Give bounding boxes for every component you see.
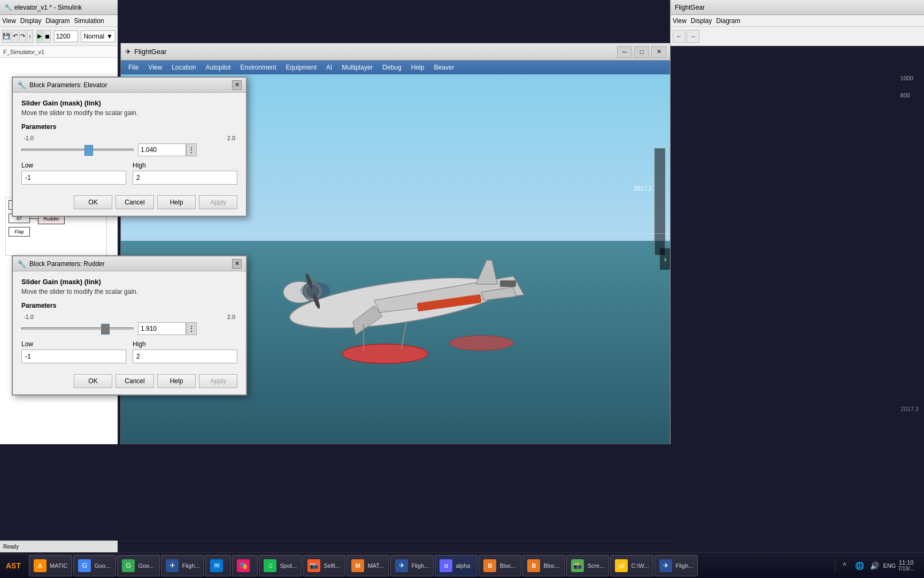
taskbar-item-goo1[interactable]: G Goo... bbox=[73, 555, 116, 576]
tray-network-icon[interactable]: 🌐 bbox=[853, 559, 866, 572]
taskbar-item-fligh2[interactable]: ✈ Fligh... bbox=[390, 555, 434, 576]
elevator-low-input[interactable]: -1 bbox=[21, 171, 126, 185]
elevator-dialog-titlebar[interactable]: 🔧 Block Parameters: Elevator ✕ bbox=[13, 78, 246, 93]
simulink-menu-display[interactable]: Display bbox=[20, 17, 41, 25]
rudder-dialog-titlebar[interactable]: 🔧 Block Parameters: Rudder ✕ bbox=[13, 256, 246, 271]
elevator-params-label: Parameters bbox=[21, 123, 237, 131]
fg-minimize-btn[interactable]: ─ bbox=[617, 46, 632, 58]
taskbar-item-selfi[interactable]: 📷 Selfi... bbox=[303, 555, 345, 576]
elevator-apply-btn[interactable]: Apply bbox=[199, 195, 237, 209]
rudder-low-label: Low bbox=[21, 340, 126, 348]
sr-tb-btn1[interactable]: ← bbox=[673, 30, 686, 43]
rudder-apply-btn[interactable]: Apply bbox=[199, 374, 237, 388]
tb-redo-btn[interactable]: ↷ bbox=[19, 30, 26, 43]
sr-menu-view[interactable]: View bbox=[673, 17, 687, 25]
fg-menu-autopilot[interactable]: Autopilot bbox=[202, 63, 235, 72]
fg-close-btn[interactable]: ✕ bbox=[651, 46, 666, 58]
elevator-cancel-btn[interactable]: Cancel bbox=[116, 195, 154, 209]
rudder-slider-value-input[interactable]: 1.910 bbox=[138, 322, 186, 335]
taskbar-item-folder[interactable]: 📁 C:\W... bbox=[610, 555, 653, 576]
tray-expand-btn[interactable]: ^ bbox=[838, 559, 851, 572]
nav-arrow-right[interactable]: › bbox=[660, 248, 671, 270]
sr-menu-display[interactable]: Display bbox=[691, 17, 712, 25]
mode-dropdown[interactable]: Normal ▼ bbox=[81, 31, 116, 42]
elevator-ok-btn[interactable]: OK bbox=[74, 195, 112, 209]
rudder-ok-btn[interactable]: OK bbox=[74, 374, 112, 388]
taskbar-item-spotify[interactable]: ♫ Spot... bbox=[259, 555, 302, 576]
fg-menu-ai[interactable]: AI bbox=[322, 63, 336, 72]
simulink-menu-diagram[interactable]: Diagram bbox=[45, 17, 70, 25]
fligh3-icon: ✈ bbox=[659, 559, 672, 572]
simulink-titlebar: 🔧 elevator_v1 * - Simulink bbox=[0, 0, 118, 15]
taskbar-item-alpha[interactable]: α alpha bbox=[435, 555, 478, 576]
elevator-slider-dots-btn[interactable]: ⋮ bbox=[186, 143, 197, 156]
spotify-icon: ♫ bbox=[264, 559, 276, 572]
rudder-low-group: Low -1 bbox=[21, 340, 126, 363]
taskbar-item-mail[interactable]: ✉ bbox=[205, 555, 231, 576]
rudder-high-input[interactable]: 2 bbox=[133, 349, 237, 363]
simulink-menu-view[interactable]: View bbox=[2, 17, 16, 25]
taskbar-item-bloc2[interactable]: B Bloc... bbox=[522, 555, 565, 576]
rudder-slider-min: -1.0 bbox=[24, 314, 34, 320]
rudder-cancel-btn[interactable]: Cancel bbox=[116, 374, 154, 388]
tb-save-btn[interactable]: 💾 bbox=[2, 30, 11, 43]
scre-label: Scre... bbox=[587, 562, 604, 569]
elevator-help-btn[interactable]: Help bbox=[157, 195, 196, 209]
mode-dropdown-arrow[interactable]: ▼ bbox=[106, 33, 113, 40]
taskbar-item-game[interactable]: 🎭 bbox=[232, 555, 258, 576]
sim-right-status-text: 2017.3 bbox=[900, 406, 919, 412]
rudder-slider-dots-btn[interactable]: ⋮ bbox=[186, 322, 197, 335]
taskbar-item-bloc1[interactable]: B Bloc... bbox=[479, 555, 521, 576]
taskbar-item-fligh1[interactable]: ✈ Fligh... bbox=[161, 555, 204, 576]
elevator-dialog-close[interactable]: ✕ bbox=[232, 80, 242, 90]
fg-menu-help[interactable]: Help bbox=[407, 63, 429, 72]
zoom-input[interactable]: 1200 bbox=[54, 31, 78, 42]
fligh3-label: Fligh... bbox=[675, 562, 693, 569]
taskbar: AST A MATIC G Goo... G Goo... ✈ Fligh...… bbox=[0, 552, 924, 578]
elevator-slider-track[interactable] bbox=[21, 149, 134, 151]
fg-menu-multiplayer[interactable]: Multiplayer bbox=[337, 63, 377, 72]
fg-menu-file[interactable]: File bbox=[124, 63, 143, 72]
rudder-slider-thumb[interactable] bbox=[101, 324, 110, 334]
tb-stop-btn[interactable]: ⏹ bbox=[44, 30, 51, 43]
rudder-dialog-close[interactable]: ✕ bbox=[232, 259, 242, 269]
elevator-slider-thumb[interactable] bbox=[84, 145, 93, 156]
fg-menu-debug[interactable]: Debug bbox=[378, 63, 405, 72]
fg-menu-view[interactable]: View bbox=[144, 63, 166, 72]
tray-language[interactable]: ENG bbox=[883, 562, 896, 569]
fg-menu-equipment[interactable]: Equipment bbox=[282, 63, 321, 72]
fg-menu-location[interactable]: Location bbox=[167, 63, 200, 72]
taskbar-item-matlab[interactable]: M MAT... bbox=[346, 555, 389, 576]
tb-up-btn[interactable]: ↑ bbox=[27, 30, 33, 43]
elevator-high-input[interactable]: 2 bbox=[133, 171, 237, 185]
fg-menu-beaver[interactable]: Beaver bbox=[429, 63, 458, 72]
rudder-help-btn[interactable]: Help bbox=[157, 374, 196, 388]
tb-undo-btn[interactable]: ↶ bbox=[12, 30, 18, 43]
breadcrumb-text: F_Simulator_v1 bbox=[3, 49, 44, 55]
fg-statusbar bbox=[120, 541, 671, 552]
taskbar-item-fligh3[interactable]: ✈ Fligh... bbox=[654, 555, 698, 576]
sr-menu-diagram[interactable]: Diagram bbox=[716, 17, 740, 25]
rudder-slider-track[interactable] bbox=[21, 328, 134, 330]
matlab-icon: M bbox=[351, 559, 364, 572]
simulink-menu[interactable]: View Display Diagram Simulation bbox=[0, 15, 118, 27]
simulink-menu-simulation[interactable]: Simulation bbox=[74, 17, 104, 25]
fg-menu-environment[interactable]: Environment bbox=[236, 63, 280, 72]
goo2-icon: G bbox=[122, 559, 135, 572]
taskbar-item-matic[interactable]: A MATIC bbox=[29, 555, 72, 576]
elevator-slider-value-input[interactable]: 1.040 bbox=[138, 143, 186, 156]
rudder-low-input[interactable]: -1 bbox=[21, 349, 126, 363]
sim-right-titlebar: FlightGear bbox=[671, 0, 924, 15]
taskbar-item-scre[interactable]: 📸 Scre... bbox=[566, 555, 609, 576]
taskbar-item-goo2[interactable]: G Goo... bbox=[117, 555, 160, 576]
taskbar-system-tray: ^ 🌐 🔊 ENG 11:10 7/19/... bbox=[828, 559, 924, 572]
flightgear-titlebar: ✈ FlightGear ─ □ ✕ bbox=[121, 43, 671, 60]
tray-volume-icon[interactable]: 🔊 bbox=[868, 559, 881, 572]
tb-run-btn[interactable]: ▶ bbox=[36, 30, 43, 43]
fg-maximize-btn[interactable]: □ bbox=[634, 46, 649, 58]
sr-tb-btn2[interactable]: → bbox=[687, 30, 699, 43]
simulink-breadcrumb: F_Simulator_v1 bbox=[0, 46, 118, 58]
sim-right-menu[interactable]: View Display Diagram bbox=[671, 15, 924, 27]
start-button[interactable]: AST bbox=[0, 553, 27, 578]
tray-datetime[interactable]: 11:10 7/19/... bbox=[898, 559, 914, 572]
